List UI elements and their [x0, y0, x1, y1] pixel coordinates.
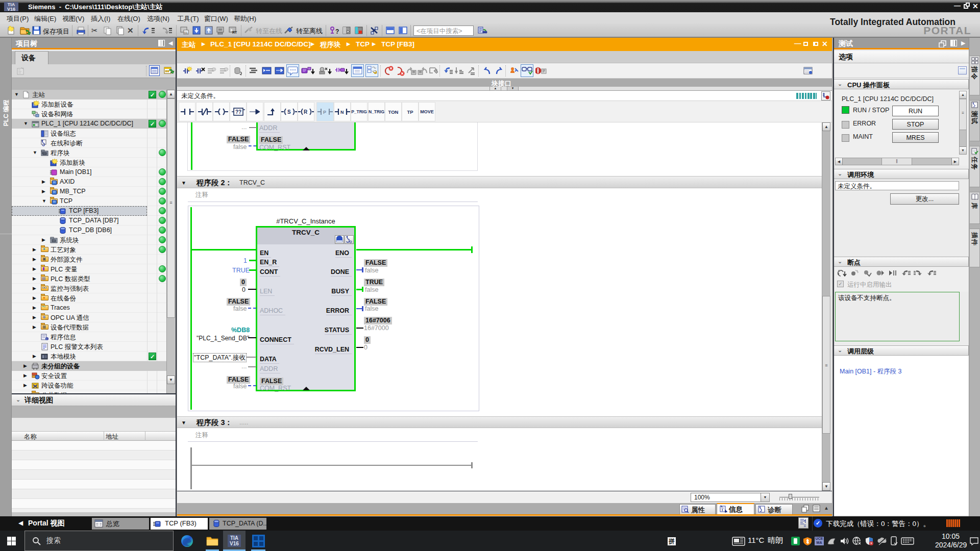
svg-text:R: R — [304, 109, 308, 115]
svg-text:i: i — [722, 508, 723, 512]
svg-text:?: ? — [335, 28, 339, 35]
svg-text:N: N — [340, 110, 344, 115]
svg-text:01: 01 — [184, 31, 188, 34]
svg-text:??: ?? — [235, 109, 241, 115]
svg-text:RT: RT — [232, 31, 237, 34]
svg-text:S: S — [287, 109, 291, 115]
svg-text:P: P — [323, 110, 326, 115]
